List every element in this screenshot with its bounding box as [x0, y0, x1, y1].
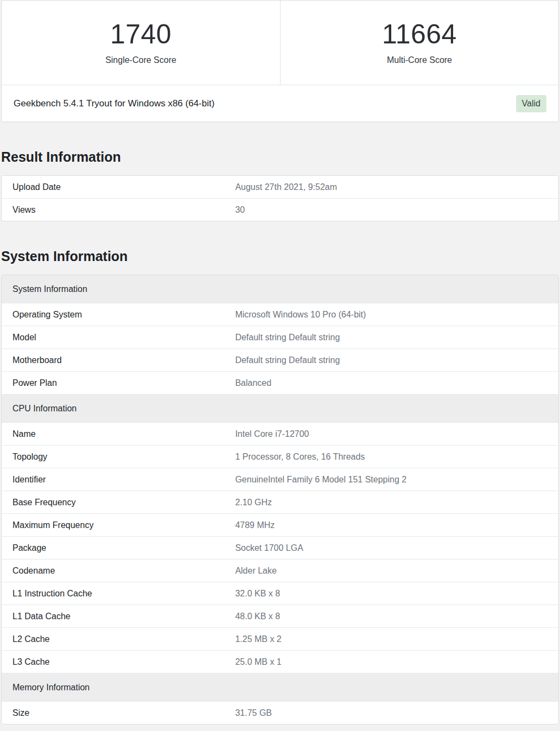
benchmark-version-row: Geekbench 5.4.1 Tryout for Windows x86 (… — [2, 85, 558, 122]
table-row: ModelDefault string Default string — [2, 326, 558, 349]
single-core-score-value: 1740 — [110, 20, 171, 48]
row-label: Size — [2, 702, 224, 724]
table-row: L1 Instruction Cache32.0 KB x 8 — [2, 582, 558, 605]
row-label: Package — [2, 537, 224, 560]
result-information-table-card: Upload DateAugust 27th 2021, 9:52amViews… — [1, 175, 559, 221]
row-label: Upload Date — [2, 176, 224, 199]
table-row: Operating SystemMicrosoft Windows 10 Pro… — [2, 303, 558, 326]
table-row: IdentifierGenuineIntel Family 6 Model 15… — [2, 468, 558, 491]
table-group-header-row: CPU Information — [2, 395, 558, 423]
row-label: Base Frequency — [2, 491, 224, 514]
row-value: 30 — [224, 199, 558, 221]
row-value: 32.0 KB x 8 — [224, 582, 558, 605]
multi-core-score-value: 11664 — [382, 20, 457, 48]
row-label: Name — [2, 423, 224, 446]
result-information-table: Upload DateAugust 27th 2021, 9:52amViews… — [2, 176, 558, 221]
result-information-heading: Result Information — [1, 149, 559, 164]
row-value: 1.25 MB x 2 — [224, 628, 558, 651]
table-row: L3 Cache25.0 MB x 1 — [2, 651, 558, 673]
row-value: 1 Processor, 8 Cores, 16 Threads — [224, 446, 558, 468]
table-group-header-row: Memory Information — [2, 673, 558, 702]
row-label: Maximum Frequency — [2, 514, 224, 537]
system-information-table: System InformationOperating SystemMicros… — [2, 275, 558, 724]
table-row: Topology1 Processor, 8 Cores, 16 Threads — [2, 446, 558, 468]
table-row: Size31.75 GB — [2, 702, 558, 724]
row-label: Codename — [2, 560, 224, 582]
row-label: Identifier — [2, 468, 224, 491]
table-row: Views30 — [2, 199, 558, 221]
system-information-table-card: System InformationOperating SystemMicros… — [1, 275, 559, 724]
multi-core-score-box: 11664 Multi-Core Score — [280, 1, 558, 85]
row-value: 25.0 MB x 1 — [224, 651, 558, 673]
benchmark-title: Geekbench 5.4.1 Tryout for Windows x86 (… — [14, 98, 214, 109]
result-information-section: Result Information Upload DateAugust 27t… — [1, 149, 559, 221]
row-label: Views — [2, 199, 224, 221]
row-label: L1 Instruction Cache — [2, 582, 224, 605]
row-label: Topology — [2, 446, 224, 468]
row-label: L1 Data Cache — [2, 605, 224, 628]
single-core-score-label: Single-Core Score — [105, 55, 176, 65]
row-value: Balanced — [224, 372, 558, 395]
row-label: Operating System — [2, 303, 224, 326]
single-core-score-box: 1740 Single-Core Score — [2, 1, 280, 85]
row-value: GenuineIntel Family 6 Model 151 Stepping… — [224, 468, 558, 491]
table-row: CodenameAlder Lake — [2, 560, 558, 582]
row-value: 4789 MHz — [224, 514, 558, 537]
row-value: Intel Core i7-12700 — [224, 423, 558, 446]
table-row: Maximum Frequency4789 MHz — [2, 514, 558, 537]
table-row: L1 Data Cache48.0 KB x 8 — [2, 605, 558, 628]
row-value: Default string Default string — [224, 349, 558, 372]
multi-core-score-label: Multi-Core Score — [387, 55, 452, 65]
score-card: 1740 Single-Core Score 11664 Multi-Core … — [1, 0, 559, 122]
row-value: Default string Default string — [224, 326, 558, 349]
table-row: PackageSocket 1700 LGA — [2, 537, 558, 560]
table-group-header-row: System Information — [2, 275, 558, 303]
row-value: August 27th 2021, 9:52am — [224, 176, 558, 199]
table-row: L2 Cache1.25 MB x 2 — [2, 628, 558, 651]
row-value: Alder Lake — [224, 560, 558, 582]
group-header: Memory Information — [2, 673, 558, 702]
row-label: L2 Cache — [2, 628, 224, 651]
valid-badge: Valid — [516, 95, 546, 112]
row-value: 48.0 KB x 8 — [224, 605, 558, 628]
row-label: Motherboard — [2, 349, 224, 372]
group-header: CPU Information — [2, 395, 558, 423]
system-information-heading: System Information — [1, 249, 559, 264]
row-value: 31.75 GB — [224, 702, 558, 724]
group-header: System Information — [2, 275, 558, 303]
table-row: MotherboardDefault string Default string — [2, 349, 558, 372]
table-row: Power PlanBalanced — [2, 372, 558, 395]
score-row: 1740 Single-Core Score 11664 Multi-Core … — [2, 1, 558, 85]
row-value: Socket 1700 LGA — [224, 537, 558, 560]
row-label: Model — [2, 326, 224, 349]
row-value: 2.10 GHz — [224, 491, 558, 514]
benchmark-result-page: 1740 Single-Core Score 11664 Multi-Core … — [0, 0, 560, 724]
row-label: Power Plan — [2, 372, 224, 395]
table-row: Base Frequency2.10 GHz — [2, 491, 558, 514]
row-value: Microsoft Windows 10 Pro (64-bit) — [224, 303, 558, 326]
system-information-section: System Information System InformationOpe… — [1, 249, 559, 724]
table-row: Upload DateAugust 27th 2021, 9:52am — [2, 176, 558, 199]
table-row: NameIntel Core i7-12700 — [2, 423, 558, 446]
row-label: L3 Cache — [2, 651, 224, 673]
